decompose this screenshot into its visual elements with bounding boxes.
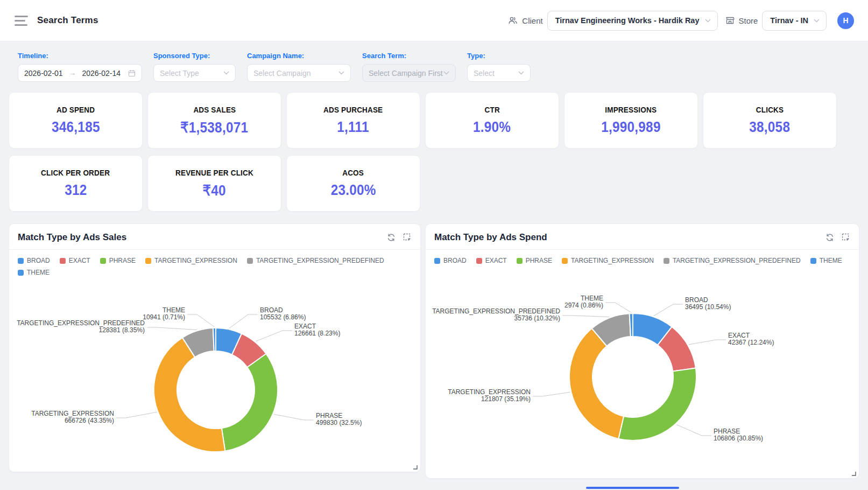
chevron-down-icon: [705, 19, 711, 23]
kpi-label: REVENUE PER CLICK: [175, 168, 253, 177]
label-leader-line: [116, 412, 157, 418]
slice-callout-label: THEME2974 (0.86%): [564, 295, 603, 309]
client-label: Client: [522, 16, 542, 25]
chart-legend: BROADEXACTPHRASETARGETING_EXPRESSIONTARG…: [426, 250, 859, 265]
donut-slice-targeting_expression[interactable]: [569, 328, 624, 439]
kpi-card: IMPRESSIONS1,990,989: [564, 92, 698, 149]
app-header: Search Terms Client Tirnav Engineering W…: [0, 0, 868, 41]
sponsored-type-select[interactable]: Select Type: [153, 64, 236, 82]
legend-label: TARGETING_EXPRESSION: [571, 257, 654, 264]
slice-callout-label: PHRASE106806 (30.85%): [714, 428, 763, 442]
store-label: Store: [739, 16, 758, 25]
legend-swatch: [18, 270, 24, 276]
chart-card-ads-spend: Match Type by Ads Spend BROADEXACTPHRASE…: [425, 223, 859, 479]
kpi-value: 1.90%: [473, 119, 511, 136]
type-select[interactable]: Select: [467, 64, 531, 82]
type-placeholder: Select: [474, 69, 495, 78]
donut-slice-theme[interactable]: [213, 328, 216, 351]
resize-handle-icon[interactable]: [413, 465, 418, 470]
campaign-name-select[interactable]: Select Campaign: [247, 64, 351, 82]
label-leader-line: [229, 314, 258, 328]
legend-label: PHRASE: [109, 257, 136, 264]
slice-callout-label: TARGETING_EXPRESSION_PREDEFINED128381 (8…: [17, 319, 145, 334]
kpi-card: CTR1.90%: [425, 92, 559, 149]
user-avatar[interactable]: H: [837, 12, 854, 29]
legend-swatch: [517, 258, 523, 264]
slice-callout-label: PHRASE499830 (32.5%): [316, 412, 362, 426]
hamburger-menu-icon[interactable]: [15, 13, 29, 28]
label-leader-line: [187, 314, 214, 327]
legend-item-theme[interactable]: THEME: [810, 257, 842, 264]
legend-item-targeting_expression[interactable]: TARGETING_EXPRESSION: [562, 257, 654, 264]
legend-label: TARGETING_EXPRESSION: [154, 257, 237, 264]
legend-swatch: [810, 258, 816, 264]
legend-swatch: [18, 258, 24, 264]
kpi-label: AD SPEND: [57, 105, 95, 114]
label-leader-line: [605, 303, 631, 312]
legend-swatch: [664, 258, 669, 264]
client-people-icon: [508, 16, 518, 25]
legend-item-targeting_expression_predefined[interactable]: TARGETING_EXPRESSION_PREDEFINED: [247, 257, 384, 264]
chart-card-ads-sales: Match Type by Ads Sales BROADEXACTPHRASE…: [9, 223, 421, 472]
label-leader-line: [654, 304, 683, 316]
kpi-card: CLICKS38,058: [703, 92, 837, 149]
legend-label: THEME: [27, 269, 50, 276]
legend-label: EXACT: [485, 257, 507, 264]
date-range-input[interactable]: 2026-02-01 → 2026-02-14: [18, 64, 142, 82]
kpi-card: REVENUE PER CLICK₹40: [147, 155, 281, 212]
store-select[interactable]: Tirnav - IN: [762, 11, 827, 31]
label-leader-line: [562, 316, 609, 317]
kpi-value: 312: [65, 182, 87, 199]
kpi-label: IMPRESSIONS: [605, 105, 657, 114]
start-date-value: 2026-02-01: [24, 69, 63, 78]
kpi-grid: AD SPEND346,185ADS SALES₹1,538,071ADS PU…: [9, 92, 859, 212]
label-leader-line: [689, 340, 726, 345]
box-select-icon[interactable]: [842, 233, 850, 242]
legend-item-targeting_expression[interactable]: TARGETING_EXPRESSION: [145, 257, 237, 264]
horizontal-scrollbar-thumb[interactable]: [586, 487, 679, 489]
kpi-card: ADS SALES₹1,538,071: [147, 92, 281, 149]
slice-callout-label: BROAD36495 (10.54%): [685, 296, 731, 311]
client-select[interactable]: Tirnav Engineering Works - Hardik Ray: [547, 11, 718, 31]
legend-item-broad[interactable]: BROAD: [18, 257, 50, 264]
slice-callout-label: EXACT126661 (8.23%): [294, 323, 340, 337]
refresh-icon[interactable]: [825, 233, 834, 242]
box-select-icon[interactable]: [403, 233, 412, 242]
search-term-label: Search Term:: [362, 52, 456, 60]
store-group: Store Tirnav - IN: [725, 11, 827, 31]
legend-item-phrase[interactable]: PHRASE: [100, 257, 136, 264]
label-leader-line: [274, 414, 314, 420]
donut-slice-phrase[interactable]: [222, 354, 278, 451]
legend-item-exact[interactable]: EXACT: [476, 257, 507, 264]
legend-item-theme[interactable]: THEME: [18, 269, 50, 276]
chevron-down-icon: [518, 71, 524, 75]
chart-legend: BROADEXACTPHRASETARGETING_EXPRESSIONTARG…: [9, 250, 420, 277]
legend-swatch: [100, 258, 106, 264]
legend-label: BROAD: [443, 257, 467, 264]
client-group: Client Tirnav Engineering Works - Hardik…: [508, 11, 717, 31]
filter-campaign-name: Campaign Name: Select Campaign: [247, 52, 351, 82]
legend-item-exact[interactable]: EXACT: [60, 257, 90, 264]
client-select-value: Tirnav Engineering Works - Hardik Ray: [555, 16, 700, 25]
donut-slice-phrase[interactable]: [618, 368, 696, 440]
legend-label: EXACT: [69, 257, 90, 264]
donut-chart-area: BROAD105532 (6.86%)EXACT126661 (8.23%)PH…: [9, 277, 420, 472]
kpi-label: CLICK PER ORDER: [41, 168, 110, 177]
kpi-label: CLICKS: [756, 105, 784, 114]
slice-callout-label: EXACT42367 (12.24%): [728, 332, 774, 346]
kpi-value: 1,111: [337, 119, 369, 136]
refresh-icon[interactable]: [387, 233, 396, 242]
charts-row: Match Type by Ads Sales BROADEXACTPHRASE…: [9, 223, 859, 479]
legend-item-phrase[interactable]: PHRASE: [517, 257, 552, 264]
resize-handle-icon[interactable]: [851, 471, 856, 476]
legend-swatch: [145, 258, 151, 264]
legend-item-targeting_expression_predefined[interactable]: TARGETING_EXPRESSION_PREDEFINED: [664, 257, 801, 264]
calendar-icon: [128, 69, 136, 77]
legend-item-broad[interactable]: BROAD: [434, 257, 467, 264]
donut-slice-targeting_expression[interactable]: [154, 338, 225, 452]
slice-callout-label: TARGETING_EXPRESSION_PREDEFINED35736 (10…: [432, 307, 560, 322]
kpi-label: ADS SALES: [193, 105, 236, 114]
sponsored-type-placeholder: Select Type: [160, 69, 199, 78]
store-select-value: Tirnav - IN: [770, 16, 808, 25]
kpi-label: CTR: [484, 105, 499, 114]
